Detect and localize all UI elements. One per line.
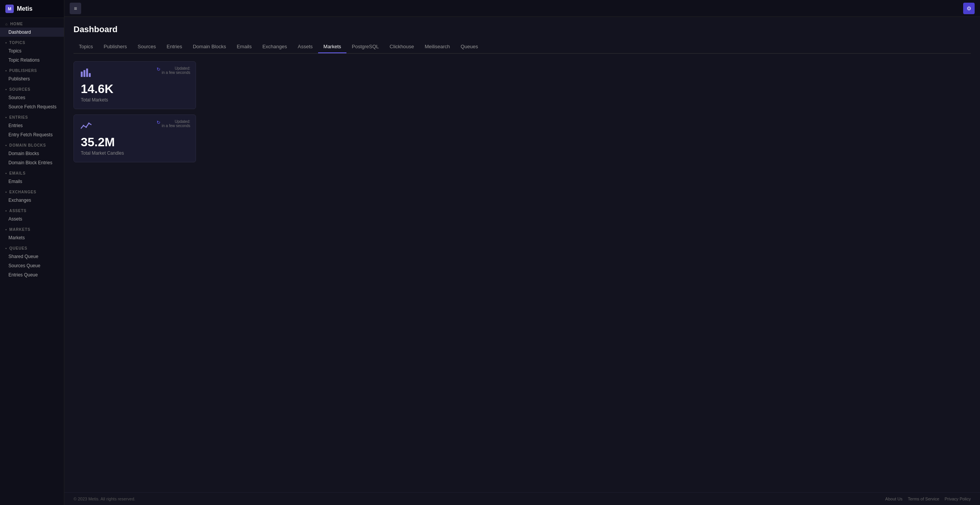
tab-sources[interactable]: Sources: [132, 41, 162, 53]
sidebar-item-source-fetch-requests[interactable]: Source Fetch Requests: [0, 102, 64, 111]
tab-postgresql[interactable]: PostgreSQL: [346, 41, 384, 53]
sidebar-section-sources: ▪SOURCES: [0, 83, 64, 93]
svg-point-6: [88, 123, 90, 124]
sidebar-item-sources-queue[interactable]: Sources Queue: [0, 261, 64, 270]
sidebar-item-domain-blocks[interactable]: Domain Blocks: [0, 149, 64, 158]
sidebar-item-shared-queue[interactable]: Shared Queue: [0, 252, 64, 261]
content-area: Dashboard TopicsPublishersSourcesEntries…: [64, 17, 980, 492]
svg-point-4: [83, 125, 84, 126]
sidebar-section-domain_blocks: ▪DOMAIN BLOCKS: [0, 139, 64, 149]
publishers-section-icon: ▪: [5, 69, 7, 73]
domain_blocks-section-icon: ▪: [5, 143, 7, 147]
main-area: ≡ ⚙ Dashboard TopicsPublishersSourcesEnt…: [64, 0, 980, 505]
card-label-total_market_candles: Total Market Candles: [81, 150, 189, 156]
footer-link-privacy-policy[interactable]: Privacy Policy: [945, 497, 971, 501]
sources-section-icon: ▪: [5, 87, 7, 92]
footer-links: About UsTerms of ServicePrivacy Policy: [885, 497, 971, 501]
footer-link-terms-of-service[interactable]: Terms of Service: [908, 497, 939, 501]
sidebar-item-dashboard[interactable]: Dashboard: [0, 28, 64, 37]
sidebar-item-entry-fetch-requests[interactable]: Entry Fetch Requests: [0, 130, 64, 139]
svg-rect-1: [83, 70, 85, 77]
gear-icon: ⚙: [967, 5, 972, 11]
tab-meilisearch[interactable]: Meilisearch: [419, 41, 455, 53]
sidebar-item-entries[interactable]: Entries: [0, 121, 64, 130]
svg-rect-0: [81, 72, 83, 77]
card-value-total_market_candles: 35.2M: [81, 136, 189, 149]
sidebar-section-assets: ▪ASSETS: [0, 205, 64, 214]
tab-assets[interactable]: Assets: [292, 41, 318, 53]
exchanges-section-icon: ▪: [5, 190, 7, 194]
sidebar-item-topic-relations[interactable]: Topic Relations: [0, 56, 64, 65]
card-total_markets: ↻ Updated:in a few seconds 14.6K Total M…: [74, 61, 196, 109]
app-logo: M: [5, 5, 14, 13]
svg-rect-2: [86, 69, 88, 77]
tab-emails[interactable]: Emails: [231, 41, 257, 53]
sidebar-item-emails[interactable]: Emails: [0, 177, 64, 186]
tab-entries[interactable]: Entries: [161, 41, 187, 53]
sidebar-section-queues: ▪QUEUES: [0, 242, 64, 252]
tab-domain_blocks[interactable]: Domain Blocks: [188, 41, 232, 53]
sidebar-section-home: ⌂ HOME: [0, 18, 64, 28]
sidebar-section-topics: ▪TOPICS: [0, 37, 64, 46]
queues-section-icon: ▪: [5, 246, 7, 250]
card-value-total_markets: 14.6K: [81, 82, 189, 96]
sidebar-item-markets[interactable]: Markets: [0, 233, 64, 242]
sidebar-header: M Metis: [0, 0, 64, 18]
svg-rect-3: [89, 73, 91, 77]
sidebar-section-markets: ▪MARKETS: [0, 224, 64, 233]
cards-container: ↻ Updated:in a few seconds 14.6K Total M…: [74, 61, 971, 162]
copyright-text: © 2023 Metis. All rights reserved.: [74, 497, 136, 501]
sidebar-item-sources[interactable]: Sources: [0, 93, 64, 102]
sidebar-item-exchanges[interactable]: Exchanges: [0, 196, 64, 205]
sidebar-item-entries-queue[interactable]: Entries Queue: [0, 270, 64, 279]
tab-topics[interactable]: Topics: [74, 41, 98, 53]
home-section-icon: ⌂: [5, 22, 8, 26]
tab-publishers[interactable]: Publishers: [98, 41, 132, 53]
emails-section-icon: ▪: [5, 171, 7, 175]
footer: © 2023 Metis. All rights reserved. About…: [64, 492, 980, 505]
topbar: ≡ ⚙: [64, 0, 980, 17]
sidebar: M Metis ⌂ HOME Dashboard ▪TOPICSTopicsTo…: [0, 0, 64, 505]
tab-markets[interactable]: Markets: [318, 41, 346, 53]
card-updated-total_markets: ↻ Updated:in a few seconds: [157, 66, 191, 75]
refresh-icon-total_markets: ↻: [157, 67, 160, 72]
tabs-bar: TopicsPublishersSourcesEntriesDomain Blo…: [74, 41, 971, 54]
entries-section-icon: ▪: [5, 115, 7, 119]
page-title: Dashboard: [74, 25, 971, 34]
footer-link-about-us[interactable]: About Us: [885, 497, 902, 501]
markets-section-icon: ▪: [5, 227, 7, 232]
app-name: Metis: [17, 5, 33, 12]
sidebar-section-publishers: ▪PUBLISHERS: [0, 65, 64, 74]
sidebar-section-emails: ▪EMAILS: [0, 167, 64, 177]
refresh-icon-total_market_candles: ↻: [157, 120, 160, 125]
card-label-total_markets: Total Markets: [81, 97, 189, 103]
card-total_market_candles: ↻ Updated:in a few seconds 35.2M Total M…: [74, 114, 196, 162]
sidebar-section-entries: ▪ENTRIES: [0, 111, 64, 121]
card-updated-total_market_candles: ↻ Updated:in a few seconds: [157, 119, 191, 128]
assets-section-icon: ▪: [5, 209, 7, 213]
topics-section-icon: ▪: [5, 41, 7, 45]
svg-point-5: [85, 126, 87, 128]
sidebar-item-domain-block-entries[interactable]: Domain Block Entries: [0, 158, 64, 167]
tab-queues[interactable]: Queues: [455, 41, 483, 53]
tab-clickhouse[interactable]: Clickhouse: [384, 41, 420, 53]
sidebar-section-exchanges: ▪EXCHANGES: [0, 186, 64, 196]
sidebar-item-assets[interactable]: Assets: [0, 214, 64, 224]
tab-exchanges[interactable]: Exchanges: [257, 41, 292, 53]
sidebar-item-topics[interactable]: Topics: [0, 46, 64, 56]
hamburger-icon: ≡: [74, 5, 77, 11]
settings-button[interactable]: ⚙: [963, 3, 975, 14]
menu-toggle-button[interactable]: ≡: [70, 3, 81, 14]
sidebar-item-publishers[interactable]: Publishers: [0, 74, 64, 83]
